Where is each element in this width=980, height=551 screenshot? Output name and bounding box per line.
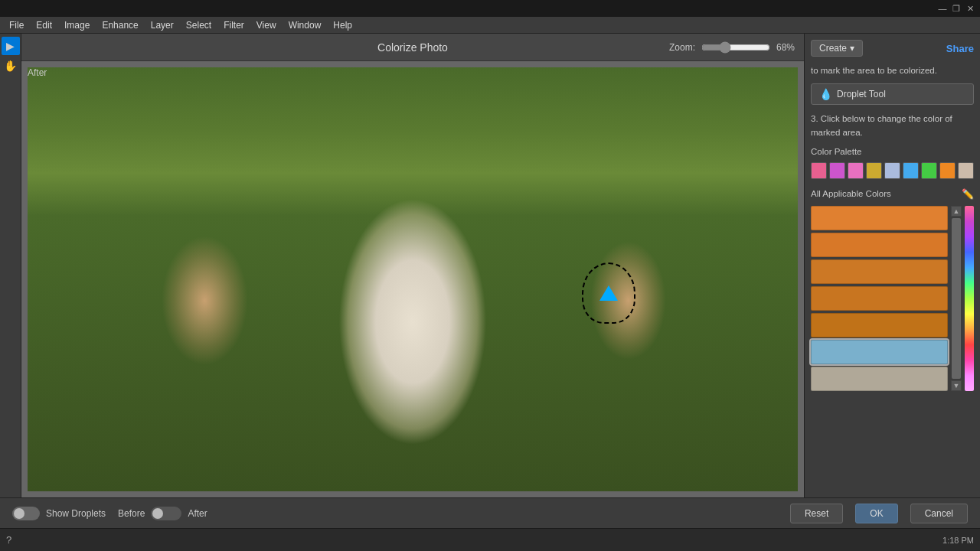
right-panel: Create ▾ Share to mark the area to be co… [804,34,980,497]
statusbar: ? 1:18 PM [0,528,980,551]
step3-text: 3. Click below to change the color of ma… [811,112,974,139]
menu-image[interactable]: Image [58,18,96,32]
status-time: 1:18 PM [942,536,974,545]
chevron-down-icon: ▾ [850,43,854,54]
palette-swatch-1[interactable] [811,162,827,179]
palette-swatch-8[interactable] [939,162,956,179]
color-bar-4[interactable] [811,286,948,311]
canvas-body[interactable]: After [21,61,804,497]
titlebar: — ❐ ✕ [0,0,980,17]
color-bar-7[interactable] [811,367,948,391]
menu-window[interactable]: Window [283,18,328,32]
color-palette-label: Color Palette [811,147,974,156]
left-toolbar: ▶ ✋ [0,34,21,497]
color-palette-row [811,162,974,179]
instruction-text: to mark the area to be colorized. [811,64,974,77]
applicable-colors-header: All Applicable Colors ✏️ [811,188,974,200]
colors-panel: ▲ ▼ [811,206,974,391]
zoom-label: Zoom: [669,42,695,53]
canvas-title: Colorize Photo [377,41,448,54]
color-bar-6[interactable] [811,340,948,364]
color-bar-2[interactable] [811,233,948,257]
create-label: Create [819,43,847,54]
close-button[interactable]: ✕ [963,2,977,15]
canvas-header: Colorize Photo Zoom: 68% [21,34,804,61]
color-bar-3[interactable] [811,259,948,284]
scroll-up-button[interactable]: ▲ [951,206,962,217]
share-button[interactable]: Share [946,43,974,54]
droplet-tool-label: Droplet Tool [837,89,886,99]
select-tool-button[interactable]: ▶ [2,37,20,55]
droplet-tool-button[interactable]: 💧 Droplet Tool [811,83,974,105]
show-droplets-toggle: Show Droplets [12,507,106,520]
reset-button[interactable]: Reset [790,504,843,523]
palette-swatch-4[interactable] [866,162,882,179]
menu-select[interactable]: Select [180,18,217,32]
ba-knob [152,508,163,519]
people-overlay [28,67,798,491]
selection-arrow [599,285,618,301]
color-list [811,206,948,391]
palette-swatch-7[interactable] [921,162,937,179]
main-layout: ▶ ✋ Colorize Photo Zoom: 68% After [0,34,980,497]
palette-swatch-5[interactable] [884,162,900,179]
menu-filter[interactable]: Filter [217,18,250,32]
palette-swatch-2[interactable] [829,162,845,179]
color-bar-5[interactable] [811,313,948,337]
color-gradient-strip[interactable] [965,206,974,391]
zoom-control: Zoom: 68% [669,41,795,54]
menu-view[interactable]: View [250,18,283,32]
show-droplets-switch[interactable] [12,507,40,520]
maximize-button[interactable]: ❐ [949,2,963,15]
menu-help[interactable]: Help [327,18,358,32]
scroll-down-button[interactable]: ▼ [951,380,962,391]
scroll-thumb [952,218,961,379]
photo-container [28,67,798,491]
minimize-button[interactable]: — [936,2,949,15]
selection-marquee [582,262,635,324]
palette-swatch-9[interactable] [958,162,974,179]
palette-swatch-6[interactable] [903,162,919,179]
hand-tool-button[interactable]: ✋ [2,57,20,75]
after-label: After [188,508,207,519]
canvas-area: Colorize Photo Zoom: 68% After [21,34,804,497]
toggle-knob [14,508,24,519]
ok-button[interactable]: OK [855,504,897,523]
help-icon[interactable]: ? [6,534,11,546]
zoom-value: 68% [776,42,795,53]
menu-file[interactable]: File [3,18,30,32]
after-label: After [28,67,47,78]
menu-layer[interactable]: Layer [145,18,180,32]
menu-enhance[interactable]: Enhance [96,18,144,32]
zoom-slider[interactable] [701,41,770,54]
create-button[interactable]: Create ▾ [811,40,863,57]
cancel-button[interactable]: Cancel [910,504,968,523]
panel-header: Create ▾ Share [811,40,974,57]
before-after-toggle: Before After [118,507,207,520]
droplet-icon: 💧 [819,88,832,100]
photo-background [28,67,798,491]
applicable-colors-label: All Applicable Colors [811,189,891,198]
show-droplets-label: Show Droplets [46,508,106,519]
menu-edit[interactable]: Edit [30,18,58,32]
before-after-switch[interactable] [151,507,181,520]
edit-icon[interactable]: ✏️ [962,188,974,200]
menubar: File Edit Image Enhance Layer Select Fil… [0,17,980,34]
palette-swatch-3[interactable] [848,162,864,179]
color-bar-1[interactable] [811,206,948,230]
bottom-toolbar: Show Droplets Before After Reset OK Canc… [0,497,980,528]
before-label: Before [118,508,145,519]
